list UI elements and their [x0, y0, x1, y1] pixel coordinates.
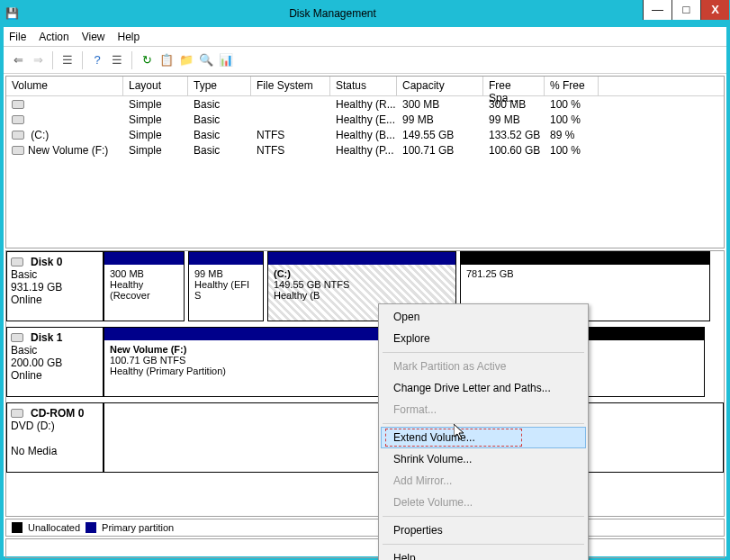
back-icon[interactable]: ⇐	[9, 51, 27, 69]
legend: Unallocated Primary partition	[5, 519, 725, 537]
ctx-format: Format...	[381, 399, 586, 420]
context-menu: Open Explore Mark Partition as Active Ch…	[378, 303, 589, 560]
ctx-help[interactable]: Help	[381, 547, 586, 560]
maximize-button[interactable]: □	[671, 0, 700, 20]
legend-unalloc: Unallocated	[28, 522, 80, 533]
ctx-delete-volume: Delete Volume...	[381, 492, 586, 513]
table-row[interactable]: SimpleBasicHealthy (R...300 MB300 MB100 …	[6, 96, 724, 112]
window-title: Disk Management	[23, 7, 643, 20]
toolbar-icon-1[interactable]: ☰	[59, 51, 77, 69]
disk-row: Disk 0Basic931.19 GBOnline300 MBHealthy …	[6, 251, 724, 321]
col-type[interactable]: Type	[188, 77, 251, 95]
table-header: Volume Layout Type File System Status Ca…	[6, 77, 724, 96]
toolbar-icon-6[interactable]: 📊	[217, 51, 235, 69]
menu-action[interactable]: Action	[39, 31, 68, 43]
menu-bar: File Action View Help	[4, 27, 726, 47]
col-capacity[interactable]: Capacity	[397, 77, 483, 95]
close-button[interactable]: X	[700, 0, 729, 20]
cursor-icon	[454, 424, 468, 446]
menu-file[interactable]: File	[9, 31, 26, 43]
ctx-mark-active: Mark Partition as Active	[381, 356, 586, 377]
toolbar: ⇐ ⇒ ☰ ? ☰ ↻ 📋 📁 🔍 📊	[4, 47, 726, 74]
app-icon: 💾	[1, 7, 23, 20]
toolbar-icon-3[interactable]: 📋	[158, 51, 176, 69]
disk-row: CD-ROM 0DVD (D:)No Media	[6, 402, 724, 473]
toolbar-icon-4[interactable]: 📁	[177, 51, 195, 69]
col-free[interactable]: Free Spa...	[483, 77, 545, 95]
disk-info[interactable]: Disk 0Basic931.19 GBOnline	[6, 251, 104, 321]
disk-row: Disk 1Basic200.00 GBOnlineNew Volume (F:…	[6, 327, 724, 397]
table-row[interactable]: New Volume (F:)SimpleBasicNTFSHealthy (P…	[6, 142, 724, 158]
refresh-icon[interactable]: ↻	[138, 51, 156, 69]
disk-info[interactable]: CD-ROM 0DVD (D:)No Media	[6, 402, 104, 473]
col-layout[interactable]: Layout	[123, 77, 188, 95]
disk-map: Disk 0Basic931.19 GBOnline300 MBHealthy …	[5, 250, 725, 517]
table-row[interactable]: (C:)SimpleBasicNTFSHealthy (B...149.55 G…	[6, 127, 724, 142]
disk-info[interactable]: Disk 1Basic200.00 GBOnline	[6, 327, 104, 397]
col-status[interactable]: Status	[330, 77, 397, 95]
minimize-button[interactable]: —	[643, 0, 671, 20]
forward-icon[interactable]: ⇒	[29, 51, 47, 69]
ctx-add-mirror: Add Mirror...	[381, 470, 586, 492]
toolbar-icon-5[interactable]: 🔍	[197, 51, 215, 69]
partition[interactable]: 300 MBHealthy (Recover	[104, 251, 185, 321]
ctx-properties[interactable]: Properties	[381, 519, 586, 541]
status-bar	[5, 538, 725, 558]
ctx-open[interactable]: Open	[381, 306, 586, 328]
col-pct[interactable]: % Free	[545, 77, 599, 95]
ctx-explore[interactable]: Explore	[381, 328, 586, 349]
ctx-shrink-volume[interactable]: Shrink Volume...	[381, 448, 586, 470]
legend-primary: Primary partition	[102, 522, 174, 533]
col-volume[interactable]: Volume	[6, 77, 123, 95]
partition[interactable]: 99 MBHealthy (EFI S	[188, 251, 264, 321]
menu-help[interactable]: Help	[118, 31, 140, 43]
help-icon[interactable]: ?	[88, 51, 106, 69]
ctx-change-letter[interactable]: Change Drive Letter and Paths...	[381, 377, 586, 399]
toolbar-icon-2[interactable]: ☰	[108, 51, 126, 69]
menu-view[interactable]: View	[82, 31, 105, 43]
col-fs[interactable]: File System	[251, 77, 330, 95]
volume-table: Volume Layout Type File System Status Ca…	[5, 76, 725, 248]
title-bar: 💾 Disk Management — □ X	[0, 0, 730, 27]
ctx-extend-volume[interactable]: Extend Volume...	[381, 427, 586, 448]
table-row[interactable]: SimpleBasicHealthy (E...99 MB99 MB100 %	[6, 112, 724, 127]
